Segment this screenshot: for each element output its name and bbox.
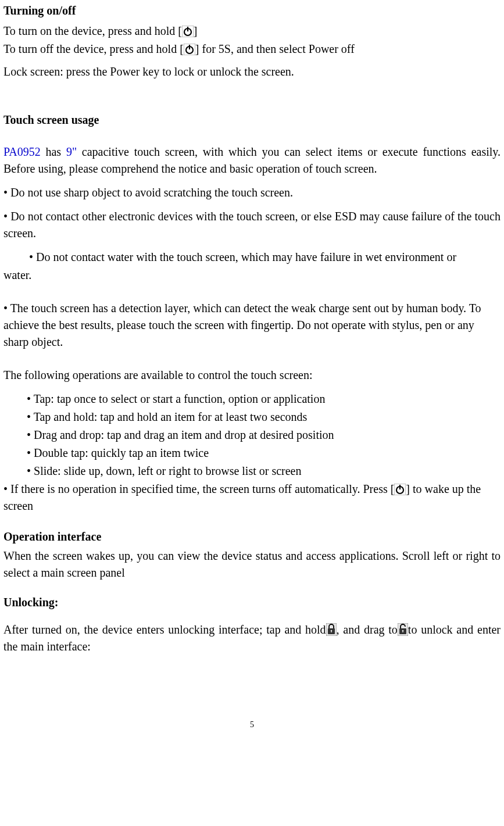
- power-icon: [184, 44, 195, 55]
- svg-rect-16: [402, 631, 403, 632]
- unlock-mid: , and drag to: [337, 623, 398, 636]
- turn-on-line: To turn on the device, press and hold []: [3, 23, 501, 40]
- turn-on-text-post: ]: [194, 24, 198, 37]
- lock-closed-icon: [326, 623, 337, 636]
- heading-touch-screen-usage: Touch screen usage: [3, 112, 501, 128]
- touch-intro-has: has: [41, 145, 66, 158]
- touch-intro-paragraph: PA0952 has 9" capacitive touch screen, w…: [3, 144, 501, 177]
- turn-off-text-post: ] for 5S, and then select Power off: [195, 42, 355, 55]
- heading-turning-on-off: Turning on/off: [3, 2, 501, 19]
- auto-off-pre: • If there is no operation in specified …: [3, 482, 394, 495]
- bullet-detection-layer: • The touch screen has a detection layer…: [3, 300, 501, 351]
- op-double-tap: • Double tap: quickly tap an item twice: [3, 445, 501, 462]
- heading-unlocking: Unlocking:: [3, 594, 501, 611]
- model-number: PA0952: [3, 145, 41, 158]
- bullet-water-line2: water.: [3, 267, 501, 284]
- turn-off-text-pre: To turn off the device, press and hold [: [3, 42, 184, 55]
- operations-intro: The following operations are available t…: [3, 367, 501, 384]
- op-drag-drop: • Drag and drop: tap and drag an item an…: [3, 427, 501, 444]
- turn-on-text-pre: To turn on the device, press and hold [: [3, 24, 182, 37]
- operation-interface-text: When the screen wakes up, you can view t…: [3, 548, 501, 581]
- turn-off-line: To turn off the device, press and hold […: [3, 41, 501, 58]
- bullet-sharp-object: • Do not use sharp object to avoid scrat…: [3, 184, 501, 201]
- unlocking-paragraph: After turned on, the device enters unloc…: [3, 621, 501, 655]
- lock-open-icon: [398, 623, 408, 636]
- op-tap: • Tap: tap once to select or start a fun…: [3, 391, 501, 407]
- auto-off-line: • If there is no operation in specified …: [3, 481, 501, 514]
- power-icon: [182, 26, 194, 37]
- op-slide: • Slide: slide up, down, left or right t…: [3, 463, 501, 480]
- bullet-water: • Do not contact water with the touch sc…: [3, 249, 501, 284]
- bullet-water-line1: • Do not contact water with the touch sc…: [3, 249, 501, 266]
- touch-intro-rest: capacitive touch screen, with which you …: [3, 145, 501, 175]
- power-icon: [394, 484, 406, 495]
- op-tap-hold: • Tap and hold: tap and hold an item for…: [3, 409, 501, 425]
- svg-rect-12: [331, 631, 331, 632]
- lock-screen-text: Lock screen: press the Power key to lock…: [3, 63, 501, 80]
- heading-operation-interface: Operation interface: [3, 528, 501, 545]
- bullet-esd: • Do not contact other electronic device…: [3, 208, 501, 242]
- screen-size: 9": [66, 145, 77, 158]
- page-number: 5: [3, 719, 501, 731]
- unlock-pre: After turned on, the device enters unloc…: [3, 623, 326, 636]
